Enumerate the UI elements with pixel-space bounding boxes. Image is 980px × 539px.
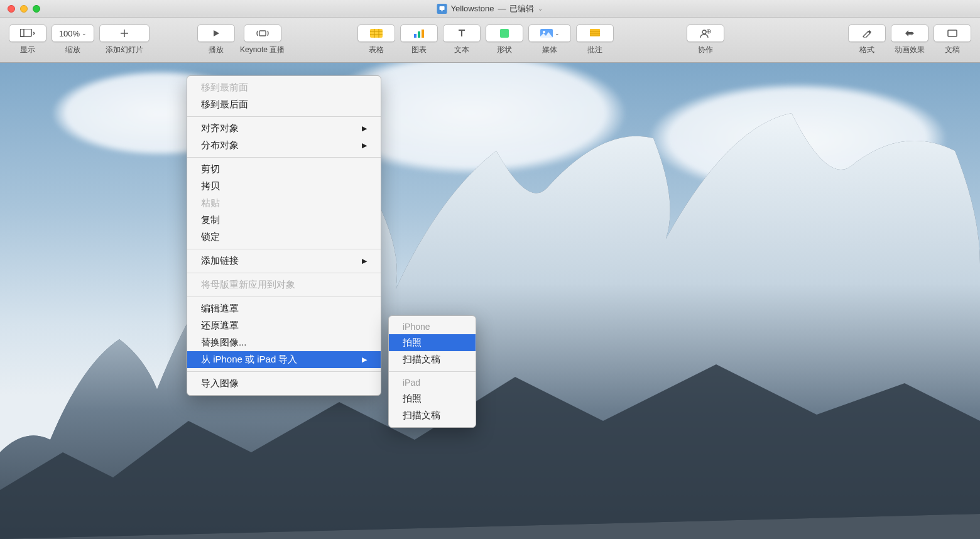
view-label: 显示: [20, 45, 35, 55]
submenu-ipad-take-photo[interactable]: 拍照: [389, 390, 476, 407]
menu-import-from-device[interactable]: 从 iPhone 或 iPad 导入▶: [187, 351, 381, 368]
svg-rect-1: [442, 10, 443, 11]
chart-icon: [413, 29, 425, 38]
svg-point-13: [702, 30, 706, 34]
chevron-down-icon: ⌄: [538, 5, 543, 12]
submenu-iphone-scan-document[interactable]: 扫描文稿: [389, 351, 476, 368]
document-label: 文稿: [945, 45, 960, 55]
shape-button[interactable]: [486, 24, 523, 42]
media-label: 媒体: [542, 45, 557, 55]
play-icon: [212, 30, 220, 37]
format-button[interactable]: [848, 24, 886, 42]
context-menu: 移到最前面 移到最后面 对齐对象▶ 分布对象▶ 剪切 拷贝 粘贴 复制 锁定 添…: [187, 75, 381, 396]
maximize-window-button[interactable]: [33, 5, 40, 13]
broadcast-icon: [256, 29, 270, 38]
chart-button[interactable]: [400, 24, 438, 42]
document-status: 已编辑: [509, 3, 534, 14]
slide-canvas[interactable]: [0, 63, 980, 539]
submenu-arrow-icon: ▶: [362, 124, 367, 133]
svg-rect-15: [948, 30, 957, 36]
document-icon: [947, 30, 957, 37]
shape-icon: [500, 29, 509, 38]
collaborate-icon: [700, 29, 711, 38]
chevron-down-icon: ⌄: [555, 30, 560, 36]
menu-separator: [187, 297, 381, 297]
svg-rect-0: [440, 6, 445, 10]
traffic-lights: [0, 5, 40, 13]
submenu-arrow-icon: ▶: [362, 257, 367, 265]
menu-reapply-master: 将母版重新应用到对象: [187, 276, 381, 293]
shape-label: 形状: [497, 45, 512, 55]
menu-edit-mask[interactable]: 编辑遮罩: [187, 300, 381, 317]
menu-separator: [187, 249, 381, 249]
menu-align-objects[interactable]: 对齐对象▶: [187, 120, 381, 137]
svg-rect-6: [414, 34, 416, 38]
menu-add-link[interactable]: 添加链接▶: [187, 253, 381, 270]
table-label: 表格: [369, 45, 384, 55]
menu-separator: [187, 273, 381, 273]
media-button[interactable]: ⌄: [528, 24, 571, 42]
menu-send-to-back[interactable]: 移到最后面: [187, 96, 381, 113]
animate-button[interactable]: [891, 24, 928, 42]
menu-cut[interactable]: 剪切: [187, 161, 381, 178]
minimize-window-button[interactable]: [20, 5, 28, 13]
zoom-label: 缩放: [65, 45, 80, 55]
svg-rect-3: [20, 29, 24, 36]
comment-icon: [590, 29, 600, 38]
svg-point-11: [543, 31, 545, 33]
menu-lock[interactable]: 锁定: [187, 229, 381, 246]
svg-rect-9: [500, 29, 509, 38]
animate-icon: [904, 29, 915, 38]
submenu-iphone-take-photo[interactable]: 拍照: [389, 334, 476, 351]
zoom-button[interactable]: 100% ⌄: [52, 24, 94, 42]
collaborate-button[interactable]: [687, 24, 724, 42]
svg-rect-8: [422, 30, 424, 38]
close-window-button[interactable]: [8, 5, 15, 13]
keynote-live-label: Keynote 直播: [240, 45, 285, 55]
play-button[interactable]: [197, 24, 235, 42]
menu-duplicate[interactable]: 复制: [187, 212, 381, 229]
table-icon: [370, 29, 383, 38]
chart-label: 图表: [411, 45, 427, 55]
svg-rect-2: [20, 29, 31, 36]
import-submenu: iPhone 拍照 扫描文稿 iPad 拍照 扫描文稿: [388, 315, 476, 428]
chevron-down-icon: ⌄: [82, 30, 87, 36]
add-slide-button[interactable]: [99, 24, 150, 42]
keynote-live-button[interactable]: [244, 24, 281, 42]
menu-import-image[interactable]: 导入图像: [187, 375, 381, 392]
menu-separator: [187, 157, 381, 158]
submenu-iphone-header: iPhone: [389, 319, 476, 334]
keynote-app-icon: [437, 4, 447, 14]
menu-separator: [187, 371, 381, 372]
document-name: Yellowstone: [451, 4, 494, 13]
menu-paste: 粘贴: [187, 195, 381, 212]
svg-rect-7: [418, 31, 420, 38]
document-button[interactable]: [934, 24, 971, 42]
svg-rect-5: [370, 29, 383, 38]
svg-rect-4: [259, 31, 266, 36]
text-button[interactable]: [443, 24, 481, 42]
comment-label: 批注: [587, 45, 602, 55]
format-icon: [862, 29, 872, 38]
comment-button[interactable]: [576, 24, 614, 42]
text-label: 文本: [454, 45, 469, 55]
view-button[interactable]: [9, 24, 46, 42]
submenu-arrow-icon: ▶: [362, 356, 367, 364]
menu-bring-to-front: 移到最前面: [187, 79, 381, 96]
text-icon: [457, 29, 466, 38]
window-titlebar: Yellowstone — 已编辑 ⌄: [0, 0, 980, 18]
format-label: 格式: [859, 45, 874, 55]
menu-reset-mask[interactable]: 还原遮罩: [187, 317, 381, 334]
menu-replace-image[interactable]: 替换图像...: [187, 334, 381, 351]
menu-separator: [187, 116, 381, 117]
plus-icon: [120, 29, 129, 38]
animate-label: 动画效果: [895, 45, 925, 55]
add-slide-label: 添加幻灯片: [106, 45, 143, 55]
toolbar: 显示 100% ⌄ 缩放 添加幻灯片 播放 Keyn: [0, 18, 980, 63]
play-label: 播放: [209, 45, 224, 55]
menu-distribute-objects[interactable]: 分布对象▶: [187, 137, 381, 154]
table-button[interactable]: [357, 24, 395, 42]
submenu-ipad-scan-document[interactable]: 扫描文稿: [389, 407, 476, 424]
window-title[interactable]: Yellowstone — 已编辑 ⌄: [437, 3, 543, 14]
menu-copy[interactable]: 拷贝: [187, 178, 381, 195]
